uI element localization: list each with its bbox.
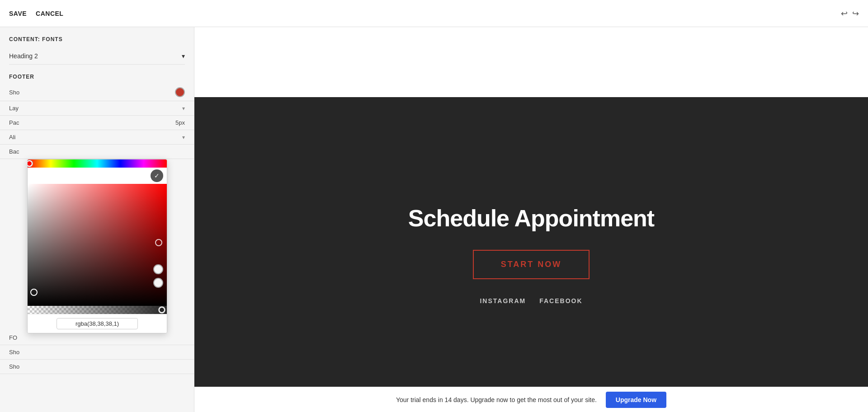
circle-btn-2[interactable] (153, 278, 163, 288)
padding-label: Pac (9, 119, 19, 126)
save-button[interactable]: SAVE (9, 10, 27, 17)
content-fonts-section: CONTENT: FONTS Heading 2 ▾ (0, 27, 194, 65)
show2-row: Sho (0, 345, 194, 360)
facebook-link[interactable]: FACEBOOK (539, 297, 582, 304)
hex-input-row (28, 314, 167, 333)
show2-label: Sho (9, 349, 19, 356)
alpha-cursor (159, 307, 165, 313)
align-row: Ali ▾ (0, 130, 194, 145)
circle-btn-1[interactable] (153, 264, 163, 274)
footer-label: FOOTER (9, 74, 185, 80)
rgba-input[interactable] (57, 318, 138, 329)
main-layout: CONTENT: FONTS Heading 2 ▾ FOOTER Sho La… (0, 27, 868, 412)
content-fonts-label: CONTENT: FONTS (9, 36, 185, 42)
trial-message: Your trial ends in 14 days. Upgrade now … (396, 396, 597, 403)
heading-dropdown-label: Heading 2 (9, 52, 38, 60)
top-bar: SAVE CANCEL ↩ ↪ (0, 0, 868, 27)
color-spectrum[interactable] (28, 184, 167, 306)
alpha-bar[interactable] (28, 306, 167, 314)
show-row: Sho (0, 84, 194, 101)
redo-button[interactable]: ↪ (852, 9, 859, 19)
color-swatch[interactable] (175, 87, 185, 97)
schedule-title: Schedule Appointment (408, 205, 654, 232)
layers-row: Lay ▾ (0, 101, 194, 116)
left-panel: CONTENT: FONTS Heading 2 ▾ FOOTER Sho La… (0, 27, 194, 412)
confirm-row: ✓ (28, 168, 167, 184)
canvas-top-white (194, 27, 868, 97)
show3-label: Sho (9, 363, 19, 370)
heading-chevron-icon: ▾ (182, 52, 185, 60)
color-picker: ✓ (27, 159, 167, 333)
show-label: Sho (9, 89, 19, 96)
toolbar-icons: ↩ ↪ (841, 9, 859, 19)
footer2-label: FO (9, 334, 17, 341)
layers-chevron-icon: ▾ (182, 105, 185, 112)
footer-section: FOOTER (0, 65, 194, 84)
trial-bar: Your trial ends in 14 days. Upgrade now … (194, 387, 868, 412)
align-chevron-icon: ▾ (182, 134, 185, 140)
instagram-link[interactable]: INSTAGRAM (480, 297, 526, 304)
undo-button[interactable]: ↩ (841, 9, 848, 19)
show3-row: Sho (0, 360, 194, 374)
hue-cursor (27, 160, 33, 167)
canvas-area: Schedule Appointment START NOW INSTAGRAM… (194, 27, 868, 412)
background-label: Bac (9, 148, 19, 155)
footer2-section: FO Sho Sho (0, 331, 194, 374)
social-links: INSTAGRAM FACEBOOK (480, 297, 582, 304)
cancel-button[interactable]: CANCEL (36, 10, 63, 17)
start-now-button[interactable]: START NOW (473, 250, 590, 279)
upgrade-button[interactable]: Upgrade Now (606, 392, 666, 408)
layers-label: Lay (9, 105, 19, 112)
background-row: Bac (0, 145, 194, 159)
hue-bar[interactable] (28, 159, 167, 168)
padding-row: Pac 5px (0, 116, 194, 130)
heading-dropdown-row[interactable]: Heading 2 ▾ (9, 48, 185, 65)
padding-value: 5px (175, 119, 185, 126)
align-label: Ali (9, 134, 15, 140)
canvas-dark-section: Schedule Appointment START NOW INSTAGRAM… (194, 97, 868, 412)
confirm-color-button[interactable]: ✓ (151, 169, 163, 182)
